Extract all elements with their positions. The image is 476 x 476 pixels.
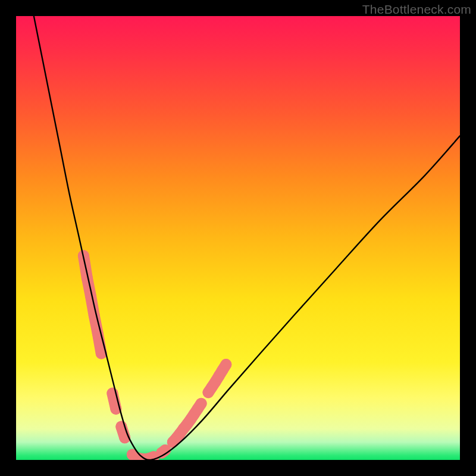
highlight-markers — [78, 250, 231, 460]
marker-dot — [220, 359, 231, 370]
watermark-text: TheBottleneck.com — [362, 2, 471, 17]
bottleneck-curve — [34, 16, 460, 460]
curve-layer — [16, 16, 460, 460]
marker-dot — [196, 398, 207, 409]
plot-area — [16, 16, 460, 460]
chart-frame: TheBottleneck.com — [0, 0, 476, 476]
